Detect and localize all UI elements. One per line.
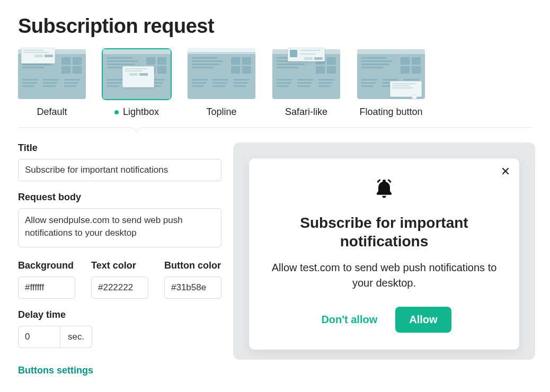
allow-button[interactable]: Allow bbox=[395, 307, 451, 333]
preview-card: Subscribe for important notifications Al… bbox=[249, 158, 519, 350]
close-icon[interactable] bbox=[501, 167, 510, 177]
preview-title: Subscribe for important notifications bbox=[268, 213, 500, 251]
request-type-selector: Default bbox=[18, 49, 532, 128]
request-body-input[interactable]: Allow sendpulse.com to send web push not… bbox=[18, 208, 221, 247]
text-color-input[interactable] bbox=[91, 277, 148, 299]
page-title: Subscription request bbox=[18, 15, 532, 38]
option-floating-button[interactable]: Floating button bbox=[357, 49, 425, 127]
option-label: Topline bbox=[206, 106, 236, 118]
button-color-label: Button color bbox=[164, 260, 221, 271]
bell-icon bbox=[372, 177, 396, 203]
delay-time-unit: sec. bbox=[60, 326, 92, 348]
option-topline[interactable]: Topline bbox=[188, 49, 255, 127]
option-label: Floating button bbox=[359, 106, 422, 118]
delay-time-label: Delay time bbox=[18, 309, 221, 320]
option-safari-like[interactable]: Safari-like bbox=[272, 49, 340, 127]
preview-body: Allow test.com to send web push notifica… bbox=[268, 260, 500, 291]
title-input[interactable] bbox=[18, 159, 221, 181]
request-body-label: Request body bbox=[18, 192, 221, 203]
option-lightbox[interactable]: Lightbox bbox=[103, 49, 171, 127]
option-label: Default bbox=[37, 106, 67, 118]
selected-dot-icon bbox=[114, 110, 119, 114]
delay-time-input[interactable] bbox=[18, 326, 60, 348]
option-label: Lightbox bbox=[114, 106, 159, 118]
buttons-settings-link[interactable]: Buttons settings bbox=[18, 365, 93, 376]
background-input[interactable] bbox=[18, 277, 75, 299]
option-default[interactable]: Default bbox=[18, 49, 86, 127]
option-label: Safari-like bbox=[285, 106, 327, 118]
title-label: Title bbox=[18, 142, 221, 154]
button-color-input[interactable] bbox=[164, 277, 221, 299]
background-label: Background bbox=[18, 260, 75, 271]
dont-allow-button[interactable]: Don't allow bbox=[317, 307, 382, 332]
text-color-label: Text color bbox=[91, 260, 148, 271]
preview-panel: Subscribe for important notifications Al… bbox=[233, 142, 535, 360]
